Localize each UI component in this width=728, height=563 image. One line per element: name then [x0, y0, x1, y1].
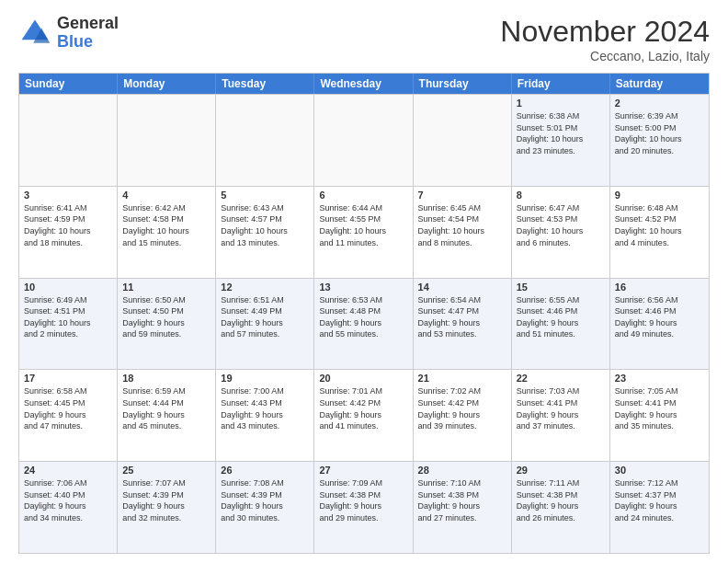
day-cell-4: 4Sunrise: 6:42 AMSunset: 4:58 PMDaylight…	[118, 187, 216, 278]
day-cell-25: 25Sunrise: 7:07 AMSunset: 4:39 PMDayligh…	[118, 462, 216, 553]
day-info: Sunrise: 7:08 AMSunset: 4:39 PMDaylight:…	[221, 477, 309, 523]
day-info: Sunrise: 6:44 AMSunset: 4:55 PMDaylight:…	[319, 202, 407, 248]
day-info: Sunrise: 7:00 AMSunset: 4:43 PMDaylight:…	[221, 385, 309, 431]
logo-text: General Blue	[57, 15, 119, 52]
day-info: Sunrise: 6:51 AMSunset: 4:49 PMDaylight:…	[221, 294, 309, 340]
day-cell-26: 26Sunrise: 7:08 AMSunset: 4:39 PMDayligh…	[216, 462, 314, 553]
day-cell-18: 18Sunrise: 6:59 AMSunset: 4:44 PMDayligh…	[118, 370, 216, 461]
day-cell-19: 19Sunrise: 7:00 AMSunset: 4:43 PMDayligh…	[216, 370, 314, 461]
weekday-header-saturday: Saturday	[610, 74, 709, 94]
day-cell-8: 8Sunrise: 6:47 AMSunset: 4:53 PMDaylight…	[512, 187, 610, 278]
day-info: Sunrise: 7:12 AMSunset: 4:37 PMDaylight:…	[615, 477, 704, 523]
day-number: 19	[221, 373, 309, 384]
day-cell-28: 28Sunrise: 7:10 AMSunset: 4:38 PMDayligh…	[414, 462, 512, 553]
day-info: Sunrise: 7:06 AMSunset: 4:40 PMDaylight:…	[24, 477, 112, 523]
day-number: 12	[221, 282, 309, 293]
logo: General Blue	[18, 15, 119, 52]
weekday-header-thursday: Thursday	[414, 74, 512, 94]
day-number: 24	[24, 465, 112, 476]
empty-cell	[118, 95, 216, 186]
month-title: November 2024	[500, 15, 710, 49]
calendar-row-3: 17Sunrise: 6:58 AMSunset: 4:45 PMDayligh…	[19, 369, 709, 461]
day-cell-22: 22Sunrise: 7:03 AMSunset: 4:41 PMDayligh…	[512, 370, 610, 461]
day-number: 7	[418, 190, 506, 201]
weekday-header-friday: Friday	[512, 74, 610, 94]
day-number: 27	[319, 465, 407, 476]
calendar-body: 1Sunrise: 6:38 AMSunset: 5:01 PMDaylight…	[19, 94, 709, 553]
day-info: Sunrise: 7:01 AMSunset: 4:42 PMDaylight:…	[319, 385, 407, 431]
day-number: 4	[122, 190, 210, 201]
day-info: Sunrise: 7:09 AMSunset: 4:38 PMDaylight:…	[319, 477, 407, 523]
day-cell-21: 21Sunrise: 7:02 AMSunset: 4:42 PMDayligh…	[414, 370, 512, 461]
day-info: Sunrise: 6:48 AMSunset: 4:52 PMDaylight:…	[615, 202, 704, 248]
title-block: November 2024 Ceccano, Lazio, Italy	[500, 15, 710, 63]
day-number: 16	[615, 282, 704, 293]
weekday-header-sunday: Sunday	[19, 74, 118, 94]
day-number: 18	[122, 373, 210, 384]
day-cell-14: 14Sunrise: 6:54 AMSunset: 4:47 PMDayligh…	[414, 279, 512, 370]
day-info: Sunrise: 7:07 AMSunset: 4:39 PMDaylight:…	[122, 477, 210, 523]
day-number: 28	[418, 465, 506, 476]
day-info: Sunrise: 6:55 AMSunset: 4:46 PMDaylight:…	[517, 294, 605, 340]
day-number: 14	[418, 282, 506, 293]
day-info: Sunrise: 6:54 AMSunset: 4:47 PMDaylight:…	[418, 294, 506, 340]
day-number: 20	[319, 373, 407, 384]
day-number: 21	[418, 373, 506, 384]
header: General Blue November 2024 Ceccano, Lazi…	[18, 15, 710, 63]
day-info: Sunrise: 7:02 AMSunset: 4:42 PMDaylight:…	[418, 385, 506, 431]
day-number: 8	[517, 190, 605, 201]
day-cell-27: 27Sunrise: 7:09 AMSunset: 4:38 PMDayligh…	[314, 462, 413, 553]
day-number: 10	[24, 282, 112, 293]
day-info: Sunrise: 7:10 AMSunset: 4:38 PMDaylight:…	[418, 477, 506, 523]
day-cell-3: 3Sunrise: 6:41 AMSunset: 4:59 PMDaylight…	[19, 187, 118, 278]
day-cell-5: 5Sunrise: 6:43 AMSunset: 4:57 PMDaylight…	[216, 187, 314, 278]
day-cell-11: 11Sunrise: 6:50 AMSunset: 4:50 PMDayligh…	[118, 279, 216, 370]
calendar-row-4: 24Sunrise: 7:06 AMSunset: 4:40 PMDayligh…	[19, 461, 709, 553]
day-info: Sunrise: 7:03 AMSunset: 4:41 PMDaylight:…	[517, 385, 605, 431]
day-number: 30	[615, 465, 704, 476]
calendar-row-0: 1Sunrise: 6:38 AMSunset: 5:01 PMDaylight…	[19, 94, 709, 186]
empty-cell	[414, 95, 512, 186]
day-number: 1	[517, 98, 605, 109]
day-info: Sunrise: 6:42 AMSunset: 4:58 PMDaylight:…	[122, 202, 210, 248]
weekday-header-wednesday: Wednesday	[314, 74, 413, 94]
day-info: Sunrise: 6:59 AMSunset: 4:44 PMDaylight:…	[122, 385, 210, 431]
day-number: 5	[221, 190, 309, 201]
day-info: Sunrise: 6:41 AMSunset: 4:59 PMDaylight:…	[24, 202, 112, 248]
weekday-header-monday: Monday	[118, 74, 216, 94]
day-number: 6	[319, 190, 407, 201]
day-number: 11	[122, 282, 210, 293]
day-cell-6: 6Sunrise: 6:44 AMSunset: 4:55 PMDaylight…	[314, 187, 413, 278]
day-info: Sunrise: 6:43 AMSunset: 4:57 PMDaylight:…	[221, 202, 309, 248]
calendar: SundayMondayTuesdayWednesdayThursdayFrid…	[18, 73, 710, 554]
day-number: 9	[615, 190, 704, 201]
empty-cell	[19, 95, 118, 186]
day-info: Sunrise: 6:39 AMSunset: 5:00 PMDaylight:…	[615, 110, 704, 156]
day-cell-24: 24Sunrise: 7:06 AMSunset: 4:40 PMDayligh…	[19, 462, 118, 553]
day-number: 26	[221, 465, 309, 476]
day-info: Sunrise: 6:53 AMSunset: 4:48 PMDaylight:…	[319, 294, 407, 340]
weekday-header-tuesday: Tuesday	[216, 74, 314, 94]
day-info: Sunrise: 6:50 AMSunset: 4:50 PMDaylight:…	[122, 294, 210, 340]
day-number: 22	[517, 373, 605, 384]
day-cell-15: 15Sunrise: 6:55 AMSunset: 4:46 PMDayligh…	[512, 279, 610, 370]
day-cell-13: 13Sunrise: 6:53 AMSunset: 4:48 PMDayligh…	[314, 279, 413, 370]
day-number: 3	[24, 190, 112, 201]
day-cell-30: 30Sunrise: 7:12 AMSunset: 4:37 PMDayligh…	[610, 462, 709, 553]
logo-icon	[18, 17, 51, 50]
day-number: 25	[122, 465, 210, 476]
day-info: Sunrise: 7:05 AMSunset: 4:41 PMDaylight:…	[615, 385, 704, 431]
day-cell-1: 1Sunrise: 6:38 AMSunset: 5:01 PMDaylight…	[512, 95, 610, 186]
day-info: Sunrise: 6:47 AMSunset: 4:53 PMDaylight:…	[517, 202, 605, 248]
day-cell-2: 2Sunrise: 6:39 AMSunset: 5:00 PMDaylight…	[610, 95, 709, 186]
day-number: 2	[615, 98, 704, 109]
day-number: 23	[615, 373, 704, 384]
empty-cell	[314, 95, 413, 186]
day-number: 13	[319, 282, 407, 293]
day-info: Sunrise: 6:56 AMSunset: 4:46 PMDaylight:…	[615, 294, 704, 340]
empty-cell	[216, 95, 314, 186]
day-cell-10: 10Sunrise: 6:49 AMSunset: 4:51 PMDayligh…	[19, 279, 118, 370]
calendar-row-1: 3Sunrise: 6:41 AMSunset: 4:59 PMDaylight…	[19, 186, 709, 278]
location: Ceccano, Lazio, Italy	[500, 49, 710, 63]
day-cell-17: 17Sunrise: 6:58 AMSunset: 4:45 PMDayligh…	[19, 370, 118, 461]
